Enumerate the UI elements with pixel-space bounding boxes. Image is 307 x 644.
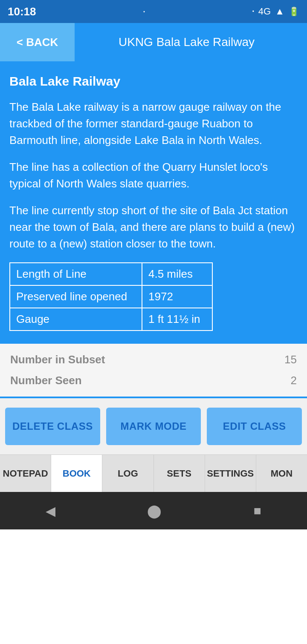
nav-bar: < BACK UKNG Bala Lake Railway [0, 23, 307, 61]
signal-dot: • [252, 9, 254, 14]
status-icons: • 4G ▲ 🔋 [252, 6, 299, 17]
table-cell-label: Preserved line opened [10, 285, 142, 308]
back-button[interactable]: < BACK [0, 23, 75, 61]
status-time: 10:18 [8, 5, 36, 18]
table-row: Gauge 1 ft 11½ in [10, 308, 212, 331]
tab-mon[interactable]: MON [256, 455, 307, 492]
recent-system-button[interactable]: ■ [253, 503, 261, 518]
stat-label-seen: Number Seen [10, 374, 291, 387]
table-cell-value: 1972 [142, 285, 212, 308]
table-cell-label: Length of Line [10, 263, 142, 285]
table-row: Preserved line opened 1972 [10, 285, 212, 308]
back-system-button[interactable]: ◀ [46, 503, 55, 518]
delete-class-button[interactable]: DELETE CLASS [5, 408, 100, 445]
paragraph-2: The line has a collection of the Quarry … [9, 159, 298, 192]
stat-value-seen: 2 [291, 374, 297, 387]
system-nav: ◀ ⬤ ■ [0, 492, 307, 529]
main-content: Bala Lake Railway The Bala Lake railway … [0, 61, 307, 344]
table-cell-value: 1 ft 11½ in [142, 308, 212, 331]
stats-section: Number in Subset 15 Number Seen 2 [0, 344, 307, 397]
home-system-button[interactable]: ⬤ [147, 503, 162, 518]
status-dot: • [143, 9, 145, 14]
stat-value-subset: 15 [284, 353, 297, 366]
battery-icon: 🔋 [289, 6, 299, 17]
edit-class-button[interactable]: EDIT CLASS [207, 408, 302, 445]
stat-label-subset: Number in Subset [10, 353, 284, 366]
paragraph-3: The line currently stop short of the sit… [9, 202, 298, 252]
status-bar: 10:18 • • 4G ▲ 🔋 [0, 0, 307, 23]
tab-book[interactable]: BOOK [51, 455, 102, 492]
network-label: 4G [258, 6, 271, 17]
info-table: Length of Line 4.5 miles Preserved line … [9, 262, 213, 331]
table-cell-value: 4.5 miles [142, 263, 212, 285]
bottom-tabs: NOTEPAD BOOK LOG SETS SETTINGS MON [0, 454, 307, 492]
section-title: Bala Lake Railway [9, 74, 298, 89]
table-cell-label: Gauge [10, 308, 142, 331]
tab-notepad[interactable]: NOTEPAD [0, 455, 51, 492]
mark-mode-button[interactable]: MARK MODE [106, 408, 201, 445]
table-row: Length of Line 4.5 miles [10, 263, 212, 285]
nav-title: UKNG Bala Lake Railway [75, 35, 307, 49]
stat-row-seen: Number Seen 2 [10, 374, 297, 387]
paragraph-1: The Bala Lake railway is a narrow gauge … [9, 99, 298, 149]
tab-settings[interactable]: SETTINGS [205, 455, 256, 492]
stat-row-subset: Number in Subset 15 [10, 353, 297, 366]
action-buttons: DELETE CLASS MARK MODE EDIT CLASS [0, 398, 307, 454]
signal-bars-icon: ▲ [275, 6, 284, 17]
tab-log[interactable]: LOG [102, 455, 154, 492]
tab-sets[interactable]: SETS [154, 455, 205, 492]
